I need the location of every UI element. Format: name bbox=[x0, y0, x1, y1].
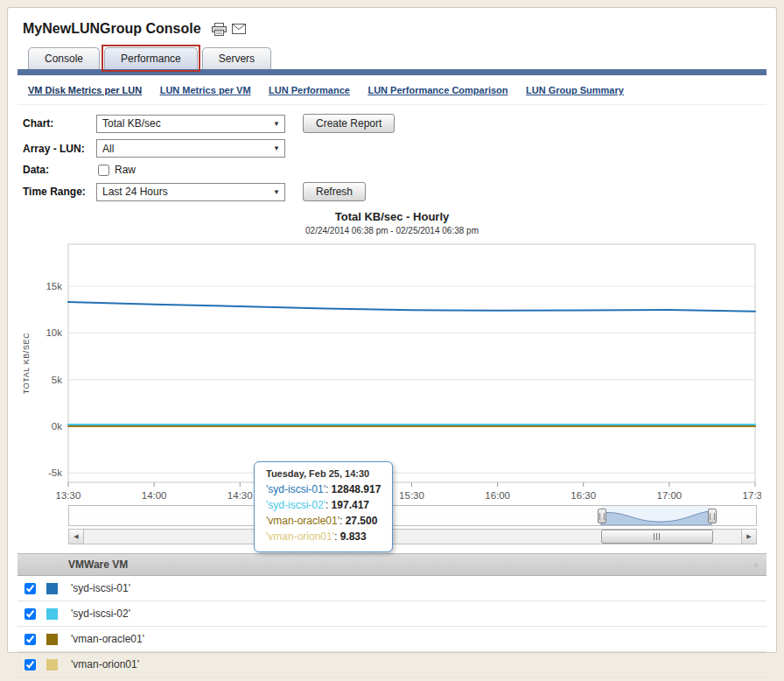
scrollbar-thumb[interactable] bbox=[601, 530, 713, 544]
tab-performance-label: Performance bbox=[121, 53, 181, 65]
tooltip-row: 'syd-iscsi-02': 197.417 bbox=[266, 497, 381, 513]
tab-console-label: Console bbox=[45, 53, 83, 65]
subnav-lun-group-summary[interactable]: LUN Group Summary bbox=[526, 85, 624, 95]
array-lun-label: Array - LUN: bbox=[23, 143, 96, 155]
svg-text:17:00: 17:00 bbox=[656, 490, 682, 501]
subnav: VM Disk Metrics per LUN LUN Metrics per … bbox=[18, 75, 766, 105]
scrollbar-grip-icon bbox=[654, 533, 661, 540]
series-visibility-checkbox[interactable] bbox=[24, 583, 36, 594]
chevron-down-icon: ▼ bbox=[273, 120, 280, 128]
chart-select[interactable]: Total KB/sec ▼ bbox=[96, 115, 285, 133]
tooltip-series-value: 12848.917 bbox=[332, 483, 382, 495]
tooltip-series-name: 'vman-orion01' bbox=[266, 530, 334, 543]
chart-tooltip: Tuesday, Feb 25, 14:30 'syd-iscsi-01': 1… bbox=[254, 461, 393, 552]
tab-servers[interactable]: Servers bbox=[202, 47, 271, 69]
time-range-row: Time Range: Last 24 Hours ▼ Refresh bbox=[23, 182, 766, 201]
navigator-preview bbox=[69, 506, 756, 525]
tooltip-series-value: 197.417 bbox=[332, 499, 369, 511]
svg-text:13:30: 13:30 bbox=[56, 490, 81, 501]
chart-title: Total KB/sec - Hourly bbox=[18, 210, 766, 223]
svg-text:16:30: 16:30 bbox=[570, 490, 596, 501]
table-header-vmware-vm[interactable]: VMWare VM ▲ bbox=[18, 553, 766, 576]
subnav-lun-performance-comparison[interactable]: LUN Performance Comparison bbox=[368, 85, 508, 95]
tooltip-series-name: 'syd-iscsi-02' bbox=[266, 499, 326, 511]
page-title: MyNewLUNGroup Console bbox=[23, 21, 201, 37]
tooltip-colon: : bbox=[334, 530, 340, 543]
series-visibility-checkbox[interactable] bbox=[24, 608, 36, 620]
refresh-button[interactable]: Refresh bbox=[303, 182, 366, 201]
tooltip-row: 'syd-iscsi-01': 12848.917 bbox=[266, 481, 381, 497]
tab-underline-bar bbox=[18, 69, 766, 75]
tooltip-series-value: 9.833 bbox=[340, 530, 367, 543]
chart-subtitle: 02/24/2014 06:38 pm - 02/25/2014 06:38 p… bbox=[18, 226, 766, 235]
svg-text:17:30: 17:30 bbox=[743, 490, 761, 501]
series-name: 'syd-iscsi-01' bbox=[71, 582, 130, 594]
array-lun-row: Array - LUN: All ▼ bbox=[23, 139, 766, 158]
svg-text:15:30: 15:30 bbox=[399, 490, 424, 501]
series-color-swatch bbox=[46, 634, 58, 645]
tooltip-row: 'vman-orion01': 9.833 bbox=[266, 529, 381, 544]
tooltip-row: 'vman-oracle01': 27.500 bbox=[266, 513, 381, 529]
table-row: 'syd-iscsi-02' bbox=[18, 601, 766, 627]
raw-checkbox[interactable] bbox=[98, 165, 109, 176]
series-color-swatch bbox=[46, 659, 58, 670]
series-color-swatch bbox=[46, 608, 58, 620]
chevron-down-icon: ▼ bbox=[273, 188, 280, 196]
svg-text:10k: 10k bbox=[46, 327, 62, 338]
tooltip-series-name: 'syd-iscsi-01' bbox=[266, 483, 326, 495]
data-label: Data: bbox=[23, 164, 96, 176]
scroll-right-arrow-icon[interactable]: ▶ bbox=[741, 530, 756, 544]
subnav-lun-performance[interactable]: LUN Performance bbox=[269, 85, 350, 95]
print-icon[interactable] bbox=[212, 23, 227, 36]
svg-text:TOTAL KB/SEC: TOTAL KB/SEC bbox=[22, 333, 31, 395]
svg-text:14:00: 14:00 bbox=[142, 490, 167, 501]
handle-grip-icon bbox=[710, 513, 715, 520]
time-range-select[interactable]: Last 24 Hours ▼ bbox=[96, 183, 285, 201]
svg-text:16:00: 16:00 bbox=[485, 490, 510, 501]
raw-checkbox-label: Raw bbox=[115, 164, 136, 176]
tooltip-series-name: 'vman-oracle01' bbox=[266, 515, 340, 527]
email-icon[interactable] bbox=[232, 24, 246, 34]
titlebar: MyNewLUNGroup Console bbox=[23, 21, 766, 37]
table-header-label: VMWare VM bbox=[68, 558, 128, 571]
subnav-lun-metrics-per-vm[interactable]: LUN Metrics per VM bbox=[160, 85, 251, 95]
series-visibility-checkbox[interactable] bbox=[24, 634, 36, 645]
table-row: 'vman-orion01' bbox=[18, 652, 766, 677]
series-color-swatch bbox=[46, 583, 58, 594]
array-lun-select[interactable]: All ▼ bbox=[96, 139, 285, 158]
subnav-vm-disk-metrics-per-lun[interactable]: VM Disk Metrics per LUN bbox=[28, 85, 142, 95]
chart-area: Total KB/sec - Hourly 02/24/2014 06:38 p… bbox=[18, 210, 766, 544]
tab-performance[interactable]: Performance bbox=[104, 47, 198, 69]
tab-servers-label: Servers bbox=[219, 53, 255, 65]
time-range-select-value: Last 24 Hours bbox=[102, 186, 168, 198]
navigator-right-handle[interactable] bbox=[708, 509, 717, 523]
series-name: 'vman-orion01' bbox=[71, 658, 139, 670]
table-row: 'syd-iscsi-01' bbox=[18, 576, 766, 601]
scroll-left-arrow-icon[interactable]: ◀ bbox=[69, 530, 84, 544]
time-range-label: Time Range: bbox=[23, 186, 96, 198]
svg-text:0k: 0k bbox=[52, 421, 62, 432]
chart-scrollbar[interactable]: ◀ ▶ bbox=[68, 529, 757, 544]
chart-label: Chart: bbox=[23, 117, 96, 130]
chart-row: Chart: Total KB/sec ▼ Create Report bbox=[23, 114, 766, 133]
svg-text:14:30: 14:30 bbox=[228, 490, 253, 501]
chevron-down-icon: ▼ bbox=[273, 144, 280, 152]
sort-asc-icon[interactable]: ▲ bbox=[752, 554, 760, 575]
chart-navigator[interactable] bbox=[68, 505, 757, 526]
navigator-left-handle[interactable] bbox=[598, 509, 606, 523]
series-name: 'syd-iscsi-02' bbox=[71, 607, 130, 620]
handle-grip-icon bbox=[599, 513, 605, 520]
series-visibility-checkbox[interactable] bbox=[24, 659, 36, 670]
console-panel: MyNewLUNGroup Console Console Performanc… bbox=[7, 7, 777, 653]
tooltip-colon: : bbox=[326, 499, 332, 511]
tooltip-colon: : bbox=[340, 515, 346, 527]
svg-text:15k: 15k bbox=[46, 281, 62, 291]
svg-text:-5k: -5k bbox=[48, 467, 62, 478]
tab-console[interactable]: Console bbox=[28, 47, 100, 69]
tooltip-colon: : bbox=[326, 483, 332, 495]
vm-legend-table: VMWare VM ▲ 'syd-iscsi-01' 'syd-iscsi-02… bbox=[18, 553, 766, 677]
create-report-button[interactable]: Create Report bbox=[303, 114, 395, 133]
data-row: Data: Raw bbox=[23, 164, 766, 176]
array-lun-select-value: All bbox=[102, 143, 114, 155]
table-row: 'vman-oracle01' bbox=[18, 627, 766, 652]
